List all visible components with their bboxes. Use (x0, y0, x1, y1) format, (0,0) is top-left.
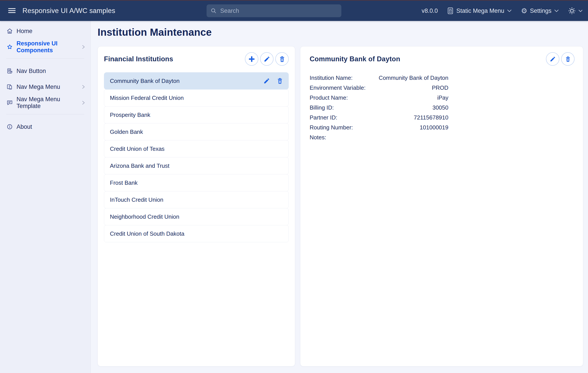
info-icon (7, 124, 13, 130)
pencil-icon (550, 56, 556, 62)
theme-dropdown[interactable] (568, 7, 583, 15)
field-value: iPay (437, 95, 448, 100)
detail-field-row: Routing Number: 101000019 (310, 125, 448, 130)
mega-menu-dropdown[interactable]: Static Mega Menu (447, 7, 512, 14)
detail-fields: Institution Name: Community Bank of Dayt… (310, 75, 448, 140)
version-label: v8.0.0 (422, 8, 438, 14)
row-delete-button[interactable] (277, 77, 283, 84)
institution-row[interactable]: InTouch Credit Union (104, 191, 289, 208)
institution-detail-card: Community Bank of Dayton (300, 46, 583, 366)
sidebar-item-nav-mega-menu[interactable]: Nav Mega Menu (0, 79, 91, 95)
sidebar-item-label: Nav Mega Menu (17, 84, 77, 90)
plus-icon (248, 55, 255, 63)
institution-row[interactable]: Frost Bank (104, 174, 289, 191)
trash-icon (277, 77, 283, 84)
institution-row-label: Mission Federal Credit Union (110, 95, 284, 101)
delete-detail-button[interactable] (561, 52, 575, 66)
search-box[interactable] (207, 4, 341, 17)
field-label: Notes: (310, 134, 326, 140)
settings-dropdown[interactable]: ⚙ Settings (521, 7, 559, 14)
pencil-icon (264, 56, 270, 62)
field-value: 101000019 (420, 125, 448, 130)
detail-field-row: Product Name: iPay (310, 95, 448, 100)
detail-field-row: Environment Variable: PROD (310, 85, 448, 91)
field-label: Environment Variable: (310, 85, 366, 91)
sidebar-divider (6, 114, 84, 114)
mega-menu-windows-icon (7, 84, 13, 90)
institution-row-label: Neighborhood Credit Union (110, 213, 284, 220)
mega-menu-label: Static Mega Menu (456, 8, 504, 14)
institution-row[interactable]: Credit Union of Texas (104, 140, 289, 157)
hamburger-menu-button[interactable] (7, 6, 17, 16)
hamburger-icon (8, 8, 16, 14)
institution-row[interactable]: Arizona Bank and Trust (104, 157, 289, 174)
chevron-right-icon (81, 44, 86, 50)
sidebar: Home Responsive UI Components Nav Butt (0, 21, 91, 373)
app-title: Responsive UI A/WC samples (22, 7, 115, 15)
institution-row-label: Credit Union of Texas (110, 145, 284, 152)
row-edit-button[interactable] (263, 77, 270, 84)
chevron-right-icon (81, 84, 86, 89)
edit-detail-button[interactable] (546, 52, 559, 66)
template-icon (7, 100, 13, 106)
field-value: PROD (432, 85, 448, 91)
institution-row-label: Golden Bank (110, 129, 284, 135)
page-title: Institution Maintenance (98, 26, 583, 38)
pencil-icon (263, 77, 270, 84)
institution-row[interactable]: Community Bank of Dayton (104, 72, 289, 89)
field-value: 72115678910 (414, 115, 448, 120)
institution-row-label: Prosperity Bank (110, 111, 284, 118)
institution-row-label: InTouch Credit Union (110, 197, 284, 203)
detail-field-row: Institution Name: Community Bank of Dayt… (310, 75, 448, 81)
detail-field-row: Partner ID: 72115678910 (310, 115, 448, 120)
edit-institutions-button[interactable] (260, 52, 273, 66)
add-institution-button[interactable] (245, 52, 258, 66)
field-value: Community Bank of Dayton (379, 75, 448, 81)
field-label: Partner ID: (310, 115, 337, 120)
sidebar-item-about[interactable]: About (0, 119, 91, 135)
institution-row-label: Arizona Bank and Trust (110, 163, 284, 169)
nav-button-icon (7, 68, 13, 74)
institution-row[interactable]: Credit Union of South Dakota (104, 225, 289, 242)
sidebar-item-responsive-ui-components[interactable]: Responsive UI Components (0, 39, 91, 55)
chevron-down-icon (554, 9, 559, 12)
field-value: 30050 (432, 105, 448, 110)
detail-card-title: Community Bank of Dayton (310, 55, 400, 63)
sidebar-item-home[interactable]: Home (0, 23, 91, 39)
institution-row-label: Frost Bank (110, 179, 284, 186)
home-icon (7, 28, 13, 34)
chevron-right-icon (81, 100, 86, 105)
star-icon (7, 44, 13, 50)
trash-icon (279, 56, 285, 62)
sidebar-item-nav-mega-menu-template[interactable]: Nav Mega Menu Template (0, 95, 91, 111)
gear-icon: ⚙ (521, 7, 527, 14)
sidebar-item-label: About (17, 123, 86, 130)
field-label: Product Name: (310, 95, 348, 100)
list-card-title: Financial Institutions (104, 55, 173, 63)
sidebar-item-label: Nav Button (17, 68, 86, 75)
institution-row[interactable]: Prosperity Bank (104, 106, 289, 123)
sidebar-item-label: Home (17, 28, 86, 35)
field-label: Billing ID: (310, 105, 334, 110)
search-icon (210, 8, 217, 14)
mega-menu-icon (447, 7, 454, 14)
top-navbar: Responsive UI A/WC samples v8.0.0 Static… (0, 0, 588, 21)
institution-row[interactable]: Mission Federal Credit Union (104, 89, 289, 107)
institution-row-label: Community Bank of Dayton (110, 77, 263, 84)
chevron-down-icon (578, 10, 583, 12)
institution-list: Community Bank of Dayton (104, 72, 289, 242)
main-content: Institution Maintenance Financial Instit… (91, 21, 588, 373)
detail-field-row: Billing ID: 30050 (310, 105, 448, 110)
institution-row[interactable]: Golden Bank (104, 123, 289, 141)
search-input[interactable] (220, 7, 339, 15)
field-label: Routing Number: (310, 125, 353, 130)
sidebar-item-label: Nav Mega Menu Template (17, 96, 77, 110)
institution-row[interactable]: Neighborhood Credit Union (104, 208, 289, 225)
institution-row-label: Credit Union of South Dakota (110, 230, 284, 237)
financial-institutions-card: Financial Institutions (98, 46, 295, 366)
sidebar-item-nav-button[interactable]: Nav Button (0, 63, 91, 79)
trash-icon (565, 56, 571, 62)
field-label: Institution Name: (310, 75, 353, 81)
chevron-down-icon (507, 9, 512, 12)
delete-institutions-button[interactable] (275, 52, 289, 66)
